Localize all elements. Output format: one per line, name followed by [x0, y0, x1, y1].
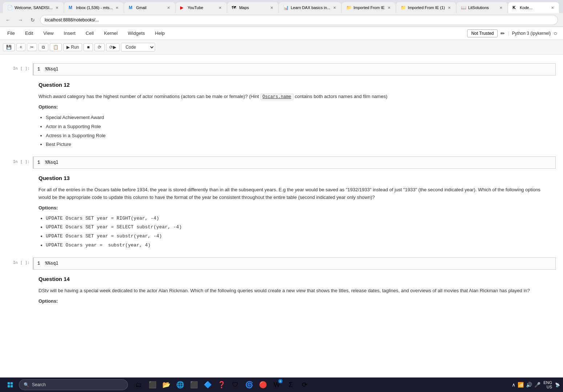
menu-edit[interactable]: Edit [24, 30, 35, 37]
tab-label-inbox: Inbox (1,536) - mts... [76, 5, 113, 10]
tab-favicon-gmail: M [129, 5, 134, 10]
tab-label-youtube: YouTube [187, 5, 203, 10]
cut-button[interactable]: ✂ [27, 43, 37, 51]
tab-close-lit[interactable]: ✕ [499, 5, 503, 11]
tab-litsolutions[interactable]: 📖 LitSolutions ✕ [457, 2, 507, 13]
tab-learn-dax[interactable]: 📊 Learn DAX basics in... ✕ [279, 2, 341, 13]
tab-close-ie[interactable]: ✕ [387, 5, 391, 11]
kernel-name-label: Python 3 (ipykernel) [512, 31, 551, 36]
taskbar-app-12[interactable]: Σ [284, 378, 297, 391]
tab-inbox[interactable]: M Inbox (1,536) - mts... ✕ [64, 2, 123, 13]
taskbar-app-10[interactable]: 🔴 [256, 378, 270, 391]
cell-type-select[interactable]: Code Markdown Raw [121, 43, 155, 52]
q12-option-4: Best Picture [46, 141, 550, 148]
q13-option-3: UPDATE Oscars SET year = substr(year, -4… [46, 233, 550, 240]
menu-file[interactable]: File [6, 30, 16, 37]
taskbar-app-3[interactable]: 📂 [160, 378, 173, 391]
paste-button[interactable]: 📋 [50, 43, 62, 51]
taskbar-app-13[interactable]: ⟳ [298, 378, 311, 391]
cell-1-label: In [ ]: [0, 63, 33, 71]
taskbar-edge[interactable]: 🌐 [174, 378, 187, 391]
q13-option-2: UPDATE Oscars SET year = SELECT substr(y… [46, 224, 550, 231]
cell-2-input[interactable]: 1 %%sql [33, 156, 556, 169]
start-button[interactable] [3, 379, 17, 391]
menu-insert[interactable]: Insert [62, 30, 77, 37]
taskbar-app-7[interactable]: ❓ [215, 378, 228, 391]
back-button[interactable]: ← [3, 15, 13, 25]
tab-label-ie: Imported From IE [353, 5, 385, 10]
taskbar-search-label: Search [32, 382, 46, 387]
taskbar-app-2[interactable]: ⬛ [146, 378, 159, 391]
tab-kode[interactable]: K Kode... ✕ [508, 2, 559, 13]
taskbar-app-5[interactable]: ⬛ [187, 378, 201, 391]
chevron-up-icon[interactable]: ∧ [512, 382, 515, 388]
url-bar[interactable] [40, 15, 558, 25]
question-13-text: For all of the entries in the Oscars tab… [39, 186, 550, 201]
tab-close-ie2[interactable]: ✕ [447, 5, 451, 11]
tab-favicon-maps: 🗺 [232, 5, 237, 10]
tab-welcome[interactable]: 📄 Welcome, SANDISI... ✕ [3, 2, 64, 13]
mic-icon[interactable]: 🎤 [534, 382, 540, 388]
add-cell-button[interactable]: + [16, 43, 25, 51]
taskbar-clock[interactable]: ENG US [543, 380, 552, 389]
cell-3-code: 1 %%sql [37, 261, 58, 266]
tab-close-kode[interactable]: ✕ [550, 5, 555, 11]
pencil-icon: ✏ [501, 30, 505, 36]
save-button[interactable]: 💾 [3, 43, 15, 51]
question-13-heading: Question 13 [39, 174, 550, 183]
not-trusted-button[interactable]: Not Trusted [467, 29, 498, 37]
tab-maps[interactable]: 🗺 Maps ✕ [227, 2, 278, 13]
volume-icon[interactable]: 🔊 [526, 382, 532, 388]
menu-view[interactable]: View [42, 30, 55, 37]
cell-1-input[interactable]: 1 %%sql [33, 63, 556, 75]
q12-options-label: Options: [39, 103, 550, 111]
tab-label-ie2: Imported From IE (1) [408, 5, 445, 10]
tab-gmail[interactable]: M Gmail ✕ [124, 2, 175, 13]
tab-close-dax[interactable]: ✕ [332, 5, 337, 11]
tab-close-maps[interactable]: ✕ [270, 5, 274, 11]
taskbar-app-11[interactable]: W 8 [270, 378, 283, 391]
taskbar-file-explorer[interactable]: 🗂 [132, 378, 145, 391]
tab-close-youtube[interactable]: ✕ [218, 5, 222, 11]
q12-option-1: Special Achievement Award [46, 114, 550, 122]
tab-close-inbox[interactable]: ✕ [115, 5, 119, 11]
q13-options-label: Options: [39, 204, 550, 212]
network-icon[interactable]: 📶 [518, 382, 524, 388]
copy-button[interactable]: ⧉ [39, 43, 48, 51]
reload-button[interactable]: ↻ [28, 15, 38, 25]
tab-close-gmail[interactable]: ✕ [166, 5, 171, 11]
tab-imported-ie[interactable]: 📁 Imported From IE ✕ [342, 2, 396, 13]
question-12-text: Which award category has the highest num… [39, 93, 550, 101]
restart-button[interactable]: ⟳ [94, 43, 105, 51]
search-icon: 🔍 [24, 382, 29, 387]
cell-3-input[interactable]: 1 %%sql [33, 257, 556, 270]
menu-kernel[interactable]: Kernel [102, 30, 119, 37]
kernel-status-area: Not Trusted ✏ | Python 3 (ipykernel) ○ [467, 29, 557, 37]
taskbar-app-6[interactable]: 🔷 [201, 378, 214, 391]
locale-label: US [547, 385, 552, 389]
system-tray-icons: ∧ 📶 🔊 🎤 [512, 382, 540, 388]
taskbar-app-9[interactable]: 🌀 [243, 378, 256, 391]
forward-button[interactable]: → [15, 15, 25, 25]
tab-youtube[interactable]: ▶ YouTube ✕ [176, 2, 227, 13]
wifi-icon: 📡 [555, 383, 560, 387]
taskbar-right-area: ∧ 📶 🔊 🎤 ENG US 📡 [512, 380, 560, 389]
jupyter-toolbar2: 💾 + ✂ ⧉ 📋 ▶ Run ■ ⟳ ⟳▶ Code Markdown Raw [0, 40, 563, 54]
taskbar-app-8[interactable]: 🛡 [229, 378, 242, 391]
menu-widgets[interactable]: Widgets [126, 30, 146, 37]
menu-help[interactable]: Help [154, 30, 166, 37]
tab-favicon-kode: K [513, 5, 518, 10]
tab-label-welcome: Welcome, SANDISI... [15, 5, 53, 10]
taskbar: 🔍 Search 🗂 ⬛ 📂 🌐 ⬛ 🔷 ❓ 🛡 🌀 🔴 W 8 Σ ⟳ ∧ 📶… [0, 377, 563, 392]
restart-run-button[interactable]: ⟳▶ [106, 43, 120, 51]
notebook-cells: In [ ]: 1 %%sql Question 12 Which award … [0, 54, 563, 392]
taskbar-search-box[interactable]: 🔍 Search [19, 379, 128, 390]
tab-close-welcome[interactable]: ✕ [55, 5, 59, 11]
tab-label-kode: Kode... [520, 5, 532, 10]
interrupt-button[interactable]: ■ [84, 43, 93, 51]
menu-cell[interactable]: Cell [84, 30, 95, 37]
hint-code: Oscars.name [260, 94, 293, 100]
tab-imported-ie2[interactable]: 📁 Imported From IE (1) ✕ [396, 2, 456, 13]
cell-2-code: 1 %%sql [37, 160, 58, 165]
run-button[interactable]: ▶ Run [63, 43, 82, 51]
